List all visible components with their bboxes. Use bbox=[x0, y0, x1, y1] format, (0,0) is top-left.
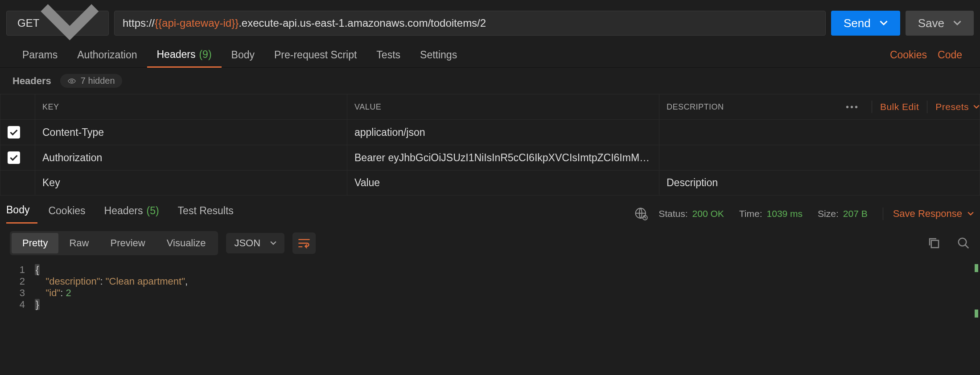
copy-icon[interactable] bbox=[927, 236, 941, 250]
comma: , bbox=[185, 276, 188, 287]
tab-headers[interactable]: Headers (9) bbox=[147, 43, 222, 68]
code-line: 1 { bbox=[0, 264, 980, 276]
wrap-lines-button[interactable] bbox=[292, 232, 316, 254]
desc-header-label: DESCRIPTION bbox=[667, 102, 724, 112]
table-row: Content-Type application/json bbox=[0, 120, 980, 145]
method-value: GET bbox=[17, 17, 39, 29]
header-actions: ••• Bulk Edit Presets bbox=[841, 101, 980, 113]
rtab-label: Headers bbox=[104, 205, 143, 217]
header-key-cell[interactable]: Authorization bbox=[35, 145, 347, 171]
header-value-cell[interactable]: Bearer eyJhbGciOiJSUzI1NiIsInR5cCI6IkpXV… bbox=[347, 145, 659, 171]
tab-label: Body bbox=[231, 49, 255, 61]
size-value: 207 B bbox=[843, 208, 868, 219]
cookies-link[interactable]: Cookies bbox=[885, 49, 932, 61]
row-checkbox[interactable] bbox=[8, 126, 20, 139]
json-string: "Clean apartment" bbox=[106, 276, 185, 287]
tab-label: Authorization bbox=[77, 49, 137, 61]
col-description: DESCRIPTION ••• Bulk Edit Presets bbox=[659, 94, 980, 120]
code-line: 4 } bbox=[0, 299, 980, 310]
url-variable: {{api-gateway-id}} bbox=[155, 17, 239, 29]
view-raw[interactable]: Raw bbox=[58, 233, 99, 253]
view-visualize[interactable]: Visualize bbox=[156, 233, 217, 253]
network-icon[interactable] bbox=[634, 207, 648, 220]
save-response-label: Save Response bbox=[893, 208, 962, 220]
tab-settings[interactable]: Settings bbox=[410, 43, 467, 68]
code-link[interactable]: Code bbox=[932, 49, 968, 61]
header-value-cell[interactable]: application/json bbox=[347, 120, 659, 145]
tab-prerequest[interactable]: Pre-request Script bbox=[264, 43, 366, 68]
method-select[interactable]: GET bbox=[6, 11, 109, 36]
size-label: Size: bbox=[818, 208, 839, 219]
save-response-button[interactable]: Save Response bbox=[893, 208, 974, 220]
header-desc-cell[interactable] bbox=[659, 120, 980, 145]
url-input[interactable]: https://{{api-gateway-id}}.execute-api.u… bbox=[114, 11, 826, 36]
header-desc-input[interactable]: Description bbox=[659, 171, 980, 196]
code-line: 3 "id": 2 bbox=[0, 287, 980, 299]
header-key-input[interactable]: Key bbox=[35, 171, 347, 196]
chevron-down-icon bbox=[953, 20, 961, 26]
tab-params[interactable]: Params bbox=[12, 43, 67, 68]
url-prefix: https:// bbox=[123, 17, 155, 29]
table-row: Authorization Bearer eyJhbGciOiJSUzI1NiI… bbox=[0, 145, 980, 171]
view-mode-group: Pretty Raw Preview Visualize bbox=[10, 231, 218, 255]
headers-table: KEY VALUE DESCRIPTION ••• Bulk Edit Pres… bbox=[0, 94, 980, 196]
tab-authorization[interactable]: Authorization bbox=[67, 43, 147, 68]
tab-label: Settings bbox=[420, 49, 457, 61]
tab-label: Headers bbox=[157, 49, 196, 61]
hidden-label: 7 hidden bbox=[81, 76, 115, 86]
view-preview[interactable]: Preview bbox=[99, 233, 156, 253]
code-line: 2 "description": "Clean apartment", bbox=[0, 276, 980, 287]
rtab-cookies[interactable]: Cookies bbox=[48, 205, 93, 223]
status-label: Status: bbox=[659, 208, 688, 219]
line-number: 2 bbox=[0, 276, 35, 287]
tab-count: (9) bbox=[199, 49, 211, 61]
presets-link[interactable]: Presets bbox=[935, 102, 980, 112]
chevron-down-icon bbox=[968, 212, 974, 216]
header-key-cell[interactable]: Content-Type bbox=[35, 120, 347, 145]
request-bar: GET https://{{api-gateway-id}}.execute-a… bbox=[0, 0, 980, 43]
rtab-body[interactable]: Body bbox=[6, 204, 37, 224]
scroll-marker bbox=[975, 264, 978, 272]
language-select[interactable]: JSON bbox=[226, 233, 284, 253]
url-suffix: .execute-api.us-east-1.amazonaws.com/tod… bbox=[239, 17, 486, 29]
rtab-label: Cookies bbox=[48, 205, 85, 217]
response-tabs: Body Cookies Headers (5) Test Results St… bbox=[0, 196, 980, 224]
brace: { bbox=[35, 264, 40, 275]
col-checkbox bbox=[0, 94, 35, 120]
rtab-count: (5) bbox=[146, 205, 159, 217]
view-pretty[interactable]: Pretty bbox=[12, 233, 58, 253]
rtab-headers[interactable]: Headers (5) bbox=[104, 205, 167, 223]
tab-body[interactable]: Body bbox=[222, 43, 264, 68]
tab-label: Tests bbox=[376, 49, 400, 61]
rtab-label: Test Results bbox=[178, 205, 234, 217]
send-button[interactable]: Send bbox=[831, 11, 900, 36]
svg-point-0 bbox=[70, 80, 73, 82]
svg-point-4 bbox=[959, 238, 967, 246]
json-number: 2 bbox=[66, 287, 71, 298]
check-icon bbox=[9, 129, 18, 136]
divider bbox=[872, 101, 872, 113]
language-value: JSON bbox=[234, 237, 260, 249]
line-number: 1 bbox=[0, 264, 35, 276]
line-number: 4 bbox=[0, 299, 35, 310]
json-key: "description" bbox=[45, 276, 100, 287]
tab-label: Params bbox=[22, 49, 58, 61]
bulk-edit-link[interactable]: Bulk Edit bbox=[880, 102, 919, 112]
rtab-test-results[interactable]: Test Results bbox=[178, 205, 242, 223]
response-format-row: Pretty Raw Preview Visualize JSON bbox=[0, 224, 980, 262]
hidden-headers-toggle[interactable]: 7 hidden bbox=[60, 74, 122, 88]
size-meta: Size: 207 B bbox=[818, 208, 868, 219]
tab-tests[interactable]: Tests bbox=[366, 43, 410, 68]
more-options-icon[interactable]: ••• bbox=[841, 102, 864, 112]
chevron-down-icon bbox=[39, 3, 100, 43]
presets-label: Presets bbox=[935, 102, 969, 112]
row-checkbox[interactable] bbox=[8, 151, 20, 164]
colon: : bbox=[60, 287, 66, 298]
save-button[interactable]: Save bbox=[906, 11, 974, 36]
response-body-viewer[interactable]: 1 { 2 "description": "Clean apartment", … bbox=[0, 262, 980, 319]
col-value: VALUE bbox=[347, 94, 659, 120]
header-value-input[interactable]: Value bbox=[347, 171, 659, 196]
search-icon[interactable] bbox=[957, 236, 970, 250]
time-value: 1039 ms bbox=[767, 208, 803, 219]
header-desc-cell[interactable] bbox=[659, 145, 980, 171]
